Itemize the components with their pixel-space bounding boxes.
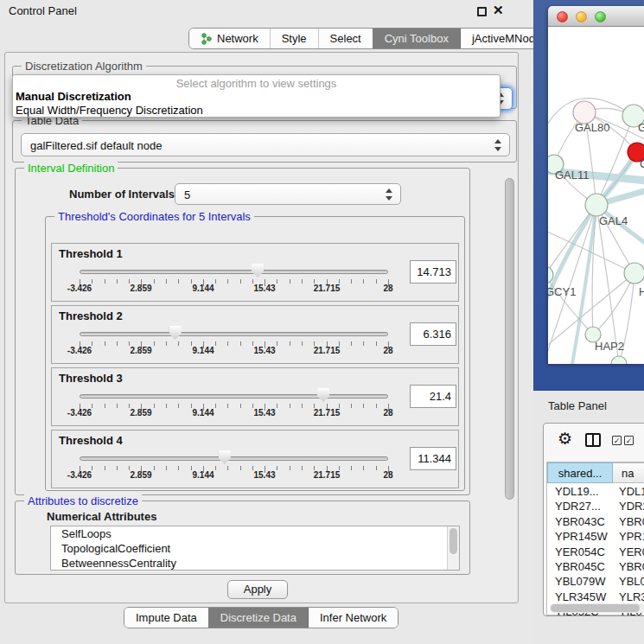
table-browser: ⚙ ✓ ✓ shared... na YDL19...YDL1YDR27...Y… [543,423,644,616]
node-gal4[interactable] [585,194,608,216]
column-header-shared-name[interactable]: shared... [547,462,613,483]
table-row[interactable]: YBR045CYBR0 [547,560,644,575]
table-row[interactable]: YPR145WYPR1 [547,530,644,545]
cell-name[interactable]: YDL1 [619,485,644,498]
tab-infer-network[interactable]: Infer Network [308,608,398,628]
slider-thumb[interactable] [169,326,182,340]
dropdown-item-manual-discretization[interactable]: Manual Discretization [16,90,131,103]
network-canvas[interactable]: GAL80 GA C GAL11 GAL4 GCY1 H HAP2 [548,27,644,364]
close-icon[interactable]: ✕ [493,3,504,18]
threshold-value-field[interactable]: 11.344 [410,447,456,470]
tick-mark [351,279,352,284]
list-item[interactable]: SelfLoops [51,526,459,541]
tab-select[interactable]: Select [318,29,373,48]
cell-name[interactable]: YBR0 [619,515,644,528]
cell-shared-name[interactable]: YER054C [555,545,605,558]
network-view-window[interactable]: GAL80 GA C GAL11 GAL4 GCY1 H HAP2 [548,6,644,364]
group-title: Interval Definition [24,162,118,175]
table-row[interactable]: YDL19...YDL1 [547,485,644,500]
number-of-intervals-combobox[interactable]: 5 [175,183,401,205]
axis-tick-label: 2.859 [130,408,151,418]
cell-name[interactable]: YDR2 [619,500,644,513]
select-all-icon[interactable]: ✓ [612,436,622,445]
scrollbar-thumb[interactable] [551,604,640,612]
node-label: GAL4 [599,214,628,227]
tick-mark [290,279,290,284]
slider-track[interactable] [80,332,388,336]
threshold-label: Threshold 3 [59,372,123,385]
cell-shared-name[interactable]: YDR27... [555,500,601,513]
zoom-traffic-light[interactable] [595,11,606,22]
tab-network[interactable]: Network [189,29,270,48]
axis-tick-label: 28 [383,408,392,418]
tick-mark [117,279,118,284]
cell-shared-name[interactable]: YBR043C [555,515,605,528]
unselect-all-icon[interactable]: ✓ [624,436,634,445]
cell-shared-name[interactable]: YBR045C [555,560,605,573]
axis-tick-label: 15.43 [253,408,275,418]
cell-shared-name[interactable]: YPR145W [555,530,608,543]
apply-button[interactable]: Apply [227,580,288,599]
cell-name[interactable]: YBR0 [619,560,644,573]
table-row[interactable]: YDR27...YDR2 [547,500,644,514]
cell-name[interactable]: YLR3 [619,590,644,603]
numerical-attributes-list[interactable]: SelfLoops TopologicalCoefficient Between… [50,526,460,571]
cell-shared-name[interactable]: YBL079W [555,575,606,588]
slider-thumb[interactable] [252,264,264,277]
threshold-1-panel: Threshold 1 -3.426 2.859 9.144 15.43 21.… [51,243,459,302]
algorithm-dropdown-popup: Select algorithm to view settings Manual… [12,74,501,118]
cell-shared-name[interactable]: YLR345W [555,590,606,603]
slider-thumb[interactable] [317,388,329,402]
gear-icon[interactable]: ⚙ [558,429,572,449]
close-traffic-light[interactable] [557,11,568,22]
node-label: GAL11 [555,169,590,182]
axis-tick-label: 2.859 [130,284,151,293]
table-row[interactable]: YER054CYER0 [547,545,644,560]
number-of-intervals-label: Number of Intervals [69,188,175,201]
scrollbar-thumb[interactable] [505,178,514,500]
cell-name[interactable]: YBL0 [619,575,644,588]
list-item[interactable]: TopologicalCoefficient [51,541,459,556]
tab-style[interactable]: Style [270,29,318,48]
select-columns-icon[interactable] [585,433,601,447]
column-header-name[interactable]: na [613,462,644,483]
scrollbar-thumb[interactable] [450,528,457,554]
stepper-icon [494,139,501,151]
dropdown-item-equal-width[interactable]: Equal Width/Frequency Discretization [16,104,203,117]
slider-track[interactable] [80,270,388,274]
table-horizontal-scrollbar[interactable] [550,603,644,613]
tab-discretize-data[interactable]: Discretize Data [208,608,308,628]
tick-mark [302,279,303,284]
cell-name[interactable]: YPR1 [619,530,644,543]
network-window-titlebar[interactable] [548,6,644,27]
tick-mark [191,466,192,470]
content-scrollbar[interactable] [504,55,515,600]
threshold-value-field[interactable]: 6.316 [410,322,456,346]
table-row[interactable]: YBL079WYBL0 [547,575,644,590]
tick-mark [227,466,228,470]
list-scrollbar[interactable] [447,526,459,570]
slider-track[interactable] [80,456,388,461]
node-partial-right[interactable] [624,263,644,284]
combo-value: 5 [184,188,190,201]
cell-shared-name[interactable]: YDL19... [555,485,599,498]
tab-cyni-toolbox[interactable]: Cyni Toolbox [373,29,460,48]
control-panel-titlebar: Control Panel ✕ [0,0,533,22]
node-table: shared... na YDL19...YDL1YDR27...YDR2YBR… [546,462,644,615]
threshold-value-field[interactable]: 21.4 [410,385,456,408]
node-partial-bottom[interactable] [611,356,627,364]
slider-track[interactable] [80,394,388,399]
axis-tick-label: -3.426 [67,408,92,418]
float-window-icon[interactable] [477,7,487,16]
tab-impute-data[interactable]: Impute Data [124,608,208,628]
list-item[interactable]: BetweennessCentrality [51,556,459,571]
table-panel-region: Table Panel ⚙ ✓ ✓ shared... na YDL19...Y… [533,391,644,644]
axis-tick-label: -3.426 [67,284,92,293]
cell-name[interactable]: YER0 [619,545,644,558]
threshold-value-field[interactable]: 14.713 [410,260,456,284]
minimize-traffic-light[interactable] [576,11,587,22]
slider-thumb[interactable] [219,450,231,464]
tick-mark [277,341,277,346]
table-data-combobox[interactable]: galFiltered.sif default node [21,133,510,156]
table-row[interactable]: YBR043CYBR0 [547,515,644,530]
